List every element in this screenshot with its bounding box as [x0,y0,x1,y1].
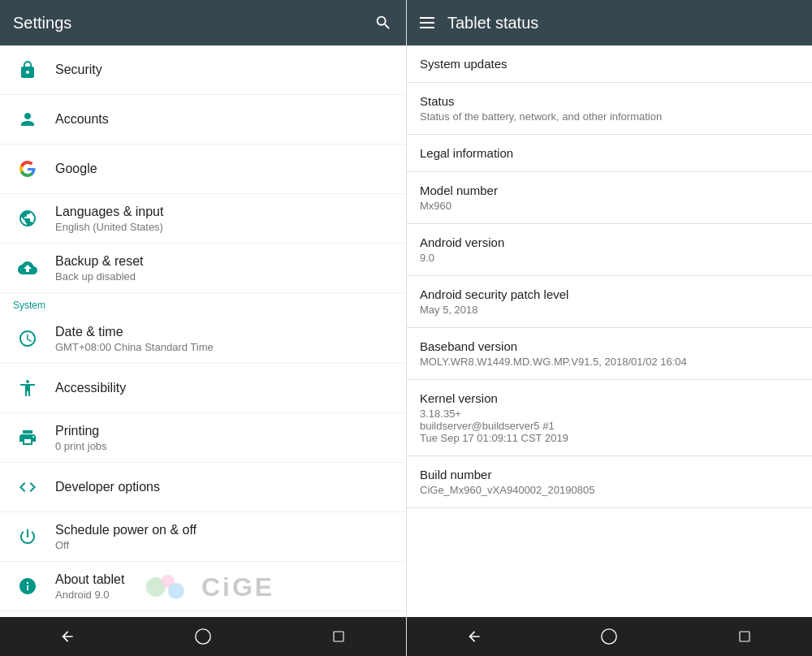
home-button-left[interactable] [187,620,219,653]
recent-button-left[interactable] [322,620,355,653]
security-patch-subtitle: May 5, 2018 [420,304,799,316]
about-text: About tablet Android 9.0 [55,572,124,601]
account-icon [13,105,42,134]
sidebar-item-accessibility[interactable]: Accessibility [0,364,406,413]
printing-text: Printing 0 print jobs [55,424,107,452]
left-header: Settings [0,0,406,45]
datetime-text: Date & time GMT+08:00 China Standard Tim… [55,325,214,353]
baseband-title: Baseband version [420,339,799,353]
right-bottom-nav [407,617,812,656]
developer-icon [13,473,42,502]
developer-text: Developer options [55,480,160,494]
google-icon [13,154,42,183]
print-icon [13,423,42,452]
settings-title: Settings [13,14,374,32]
build-title: Build number [420,468,799,481]
svg-rect-1 [334,632,343,641]
languages-subtitle: English (United States) [55,221,163,233]
datetime-subtitle: GMT+08:00 China Standard Time [55,341,214,353]
system-section-header: System [0,293,406,314]
accessibility-title: Accessibility [55,381,126,395]
settings-list: Security Accounts Google [0,45,406,617]
status-title: Status [420,94,799,108]
info-icon [13,572,42,601]
tablet-status-list: System updates Status Status of the batt… [407,45,812,617]
left-panel: Settings Security Accounts [0,0,406,656]
system-updates-title: System updates [420,57,799,71]
clock-icon [13,324,42,353]
search-icon[interactable] [374,13,393,32]
google-title: Google [55,162,97,176]
right-panel: Tablet status System updates Status Stat… [406,0,812,656]
android-version-subtitle: 9.0 [420,252,799,264]
accessibility-icon [13,373,42,403]
sidebar-item-about[interactable]: About tablet Android 9.0 [0,562,406,611]
cloud-upload-icon [13,253,42,283]
svg-rect-3 [740,632,749,641]
back-button-left[interactable] [51,620,84,653]
sidebar-item-accounts[interactable]: Accounts [0,95,406,145]
security-patch-title: Android security patch level [420,287,799,301]
accounts-title: Accounts [55,112,109,127]
model-title: Model number [420,183,799,197]
power-icon [13,522,42,551]
status-item-system-updates[interactable]: System updates [407,45,812,83]
menu-icon[interactable] [420,17,434,28]
back-button-right[interactable] [458,620,490,653]
status-item-security-patch[interactable]: Android security patch level May 5, 2018 [407,276,812,328]
languages-text: Languages & input English (United States… [55,205,163,233]
languages-title: Languages & input [55,205,163,219]
svg-point-2 [602,629,616,644]
developer-title: Developer options [55,480,160,494]
about-title: About tablet [55,572,124,587]
status-item-baseband[interactable]: Baseband version MOLY.WR8.W1449.MD.WG.MP… [407,328,812,380]
left-bottom-nav [0,617,406,656]
schedule-power-subtitle: Off [55,539,197,551]
build-subtitle: CiGe_Mx960_vXA940002_20190805 [420,484,799,496]
schedule-power-text: Schedule power on & off Off [55,523,197,551]
kernel-title: Kernel version [420,391,799,405]
lock-icon [13,55,42,84]
about-subtitle: Android 9.0 [55,589,124,601]
accessibility-text: Accessibility [55,381,126,395]
google-text: Google [55,162,97,176]
status-subtitle: Status of the battery, network, and othe… [420,110,799,123]
sidebar-item-languages[interactable]: Languages & input English (United States… [0,194,406,244]
recent-button-right[interactable] [728,620,761,653]
globe-icon [13,204,42,233]
backup-title: Backup & reset [55,254,144,269]
legal-title: Legal information [420,146,799,160]
model-subtitle: Mx960 [420,200,799,212]
sidebar-item-datetime[interactable]: Date & time GMT+08:00 China Standard Tim… [0,314,406,364]
status-item-build[interactable]: Build number CiGe_Mx960_vXA940002_201908… [407,456,812,508]
status-item-legal[interactable]: Legal information [407,135,812,172]
datetime-title: Date & time [55,325,214,339]
status-item-kernel[interactable]: Kernel version 3.18.35+ buildserver@buil… [407,380,812,456]
sidebar-item-security[interactable]: Security [0,45,406,95]
status-item-status[interactable]: Status Status of the battery, network, a… [407,83,812,135]
status-item-model[interactable]: Model number Mx960 [407,172,812,224]
security-title: Security [55,63,102,77]
kernel-subtitle: 3.18.35+ buildserver@buildserver5 #1 Tue… [420,408,799,444]
right-header: Tablet status [407,0,812,45]
accounts-text: Accounts [55,112,109,127]
baseband-subtitle: MOLY.WR8.W1449.MD.WG.MP.V91.5, 2018/01/0… [420,356,799,368]
sidebar-item-developer[interactable]: Developer options [0,463,406,512]
backup-text: Backup & reset Back up disabled [55,254,144,283]
home-button-right[interactable] [593,620,625,653]
sidebar-item-google[interactable]: Google [0,145,406,194]
printing-subtitle: 0 print jobs [55,440,107,452]
sidebar-item-schedule-power[interactable]: Schedule power on & off Off [0,512,406,562]
sidebar-item-backup[interactable]: Backup & reset Back up disabled [0,244,406,293]
backup-subtitle: Back up disabled [55,270,144,283]
status-item-android-version[interactable]: Android version 9.0 [407,224,812,276]
svg-point-0 [196,629,210,644]
schedule-power-title: Schedule power on & off [55,523,197,537]
sidebar-item-printing[interactable]: Printing 0 print jobs [0,413,406,463]
printing-title: Printing [55,424,107,438]
android-version-title: Android version [420,235,799,249]
tablet-status-title: Tablet status [447,14,799,32]
security-text: Security [55,63,102,77]
